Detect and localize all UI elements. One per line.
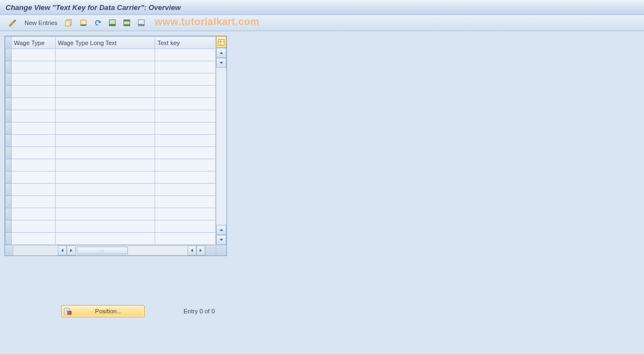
table-row[interactable] (6, 98, 216, 110)
cell[interactable] (12, 73, 56, 86)
vertical-scrollbar[interactable] (216, 36, 226, 255)
cell[interactable] (56, 171, 155, 184)
scroll-left-inner-icon[interactable] (187, 245, 196, 255)
row-handle[interactable] (6, 196, 12, 208)
row-handle[interactable] (6, 171, 12, 184)
table-row[interactable] (6, 208, 216, 220)
horizontal-scrollbar[interactable]: ::: (5, 245, 216, 255)
select-all-button[interactable] (106, 17, 118, 29)
scroll-up-icon[interactable] (216, 48, 226, 58)
cell[interactable] (155, 98, 216, 110)
row-handle[interactable] (6, 98, 12, 110)
vscroll-track[interactable] (216, 68, 226, 225)
hscroll-track[interactable]: ::: (76, 245, 187, 255)
cell[interactable] (155, 159, 216, 171)
cell[interactable] (56, 220, 155, 233)
cell[interactable] (12, 135, 56, 147)
row-handle[interactable] (6, 208, 12, 220)
cell[interactable] (155, 147, 216, 159)
copy-as-button[interactable] (63, 17, 75, 29)
table-row[interactable] (6, 86, 216, 98)
cell[interactable] (12, 61, 56, 73)
row-handle[interactable] (6, 184, 12, 196)
cell[interactable] (155, 73, 216, 86)
cell[interactable] (155, 196, 216, 208)
cell[interactable] (155, 135, 216, 147)
cell[interactable] (155, 220, 216, 233)
cell[interactable] (12, 98, 56, 110)
select-block-button[interactable] (121, 17, 133, 29)
scroll-down-top-icon[interactable] (216, 58, 226, 68)
row-handle[interactable] (6, 233, 12, 245)
table-row[interactable] (6, 171, 216, 184)
cell[interactable] (12, 233, 56, 245)
col-header-wage-type[interactable]: Wage Type (12, 37, 56, 49)
cell[interactable] (56, 122, 155, 135)
table-row[interactable] (6, 220, 216, 233)
table-settings-button[interactable] (216, 36, 226, 48)
row-handle[interactable] (6, 110, 12, 122)
delete-button[interactable] (77, 17, 90, 29)
grid-table[interactable]: Wage Type Wage Type Long Text Text key (5, 36, 216, 245)
cell[interactable] (155, 233, 216, 245)
grid-corner[interactable] (6, 37, 12, 49)
cell[interactable] (12, 147, 56, 159)
cell[interactable] (12, 184, 56, 196)
scroll-down-icon[interactable] (216, 235, 226, 245)
row-handle[interactable] (6, 122, 12, 135)
table-row[interactable] (6, 73, 216, 86)
scroll-right-end-icon[interactable] (196, 245, 205, 255)
col-header-text-key[interactable]: Text key (155, 37, 216, 49)
cell[interactable] (155, 184, 216, 196)
cell[interactable] (56, 147, 155, 159)
row-handle[interactable] (6, 135, 12, 147)
cell[interactable] (56, 196, 155, 208)
cell[interactable] (155, 208, 216, 220)
cell[interactable] (155, 110, 216, 122)
col-header-wage-type-long-text[interactable]: Wage Type Long Text (56, 37, 155, 49)
table-row[interactable] (6, 122, 216, 135)
cell[interactable] (12, 159, 56, 171)
cell[interactable] (56, 135, 155, 147)
table-row[interactable] (6, 61, 216, 73)
cell[interactable] (12, 122, 56, 135)
row-handle[interactable] (6, 73, 12, 86)
row-handle[interactable] (6, 220, 12, 233)
row-handle[interactable] (6, 86, 12, 98)
cell[interactable] (56, 233, 155, 245)
cell[interactable] (56, 61, 155, 73)
cell[interactable] (56, 208, 155, 220)
cell[interactable] (155, 49, 216, 61)
undo-button[interactable] (92, 17, 104, 29)
new-entries-button[interactable]: New Entries (21, 17, 61, 28)
cell[interactable] (155, 61, 216, 73)
cell[interactable] (12, 208, 56, 220)
table-row[interactable] (6, 184, 216, 196)
row-handle[interactable] (6, 159, 12, 171)
cell[interactable] (12, 171, 56, 184)
cell[interactable] (155, 171, 216, 184)
row-handle[interactable] (6, 49, 12, 61)
cell[interactable] (56, 110, 155, 122)
deselect-all-button[interactable] (135, 17, 147, 29)
row-handle[interactable] (6, 147, 12, 159)
table-row[interactable] (6, 147, 216, 159)
table-row[interactable] (6, 233, 216, 245)
table-row[interactable] (6, 49, 216, 61)
cell[interactable] (56, 49, 155, 61)
table-row[interactable] (6, 159, 216, 171)
table-row[interactable] (6, 196, 216, 208)
scroll-right-inner-icon[interactable] (67, 245, 76, 255)
cell[interactable] (56, 184, 155, 196)
table-row[interactable] (6, 110, 216, 122)
cell[interactable] (12, 49, 56, 61)
cell[interactable] (12, 86, 56, 98)
row-handle[interactable] (6, 61, 12, 73)
cell[interactable] (56, 73, 155, 86)
scroll-left-start-icon[interactable] (58, 245, 67, 255)
position-button[interactable]: Position... (61, 305, 145, 317)
scroll-up-bottom-icon[interactable] (216, 225, 226, 235)
cell[interactable] (56, 159, 155, 171)
hscroll-thumb[interactable]: ::: (77, 247, 128, 254)
table-row[interactable] (6, 135, 216, 147)
